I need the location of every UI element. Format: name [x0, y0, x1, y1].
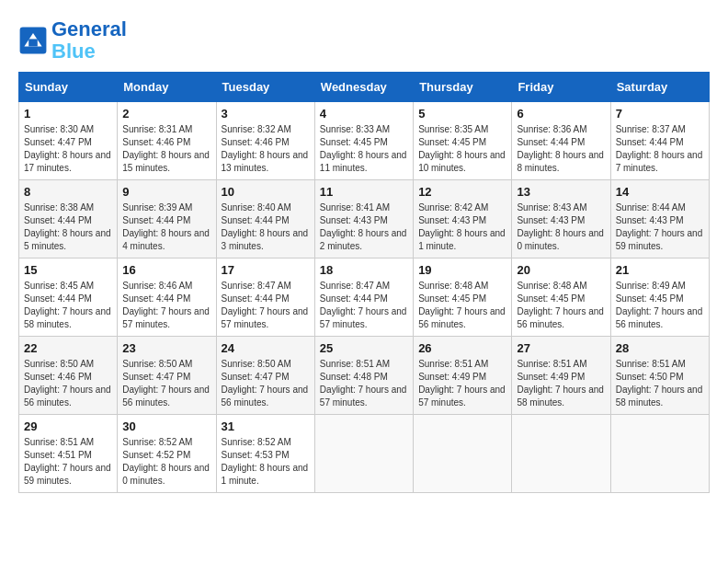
calendar-week-row: 29 Sunrise: 8:51 AM Sunset: 4:51 PM Dayl…: [19, 415, 710, 493]
calendar-day-cell: 22 Sunrise: 8:50 AM Sunset: 4:46 PM Dayl…: [19, 337, 118, 415]
day-info: Sunrise: 8:37 AM Sunset: 4:44 PM Dayligh…: [616, 123, 704, 175]
day-number: 27: [517, 341, 605, 355]
day-info: Sunrise: 8:52 AM Sunset: 4:52 PM Dayligh…: [122, 436, 210, 488]
calendar-day-cell: 25 Sunrise: 8:51 AM Sunset: 4:48 PM Dayl…: [314, 337, 413, 415]
day-number: 26: [418, 341, 506, 355]
day-number: 18: [320, 263, 408, 277]
calendar-body: 1 Sunrise: 8:30 AM Sunset: 4:47 PM Dayli…: [19, 102, 710, 493]
day-number: 24: [222, 341, 310, 355]
weekday-header-cell: Thursday: [414, 73, 512, 102]
day-info: Sunrise: 8:47 AM Sunset: 4:44 PM Dayligh…: [222, 280, 310, 331]
day-info: Sunrise: 8:51 AM Sunset: 4:49 PM Dayligh…: [517, 358, 605, 409]
calendar-day-cell: 15 Sunrise: 8:45 AM Sunset: 4:44 PM Dayl…: [19, 259, 118, 337]
logo-icon: [18, 26, 48, 55]
logo-text: General Blue: [51, 18, 127, 63]
calendar-day-cell: 16 Sunrise: 8:46 AM Sunset: 4:44 PM Dayl…: [118, 259, 216, 337]
calendar-day-cell: 9 Sunrise: 8:39 AM Sunset: 4:44 PM Dayli…: [118, 180, 216, 259]
page-header: General Blue: [18, 18, 710, 63]
day-number: 28: [616, 341, 704, 355]
calendar-day-cell: 19 Sunrise: 8:48 AM Sunset: 4:45 PM Dayl…: [414, 259, 512, 337]
calendar-day-cell: 23 Sunrise: 8:50 AM Sunset: 4:47 PM Dayl…: [118, 337, 216, 415]
day-info: Sunrise: 8:51 AM Sunset: 4:51 PM Dayligh…: [24, 436, 112, 488]
calendar-day-cell: 21 Sunrise: 8:49 AM Sunset: 4:45 PM Dayl…: [610, 259, 709, 337]
calendar-day-cell: 11 Sunrise: 8:41 AM Sunset: 4:43 PM Dayl…: [314, 180, 413, 259]
day-number: 12: [418, 185, 506, 199]
day-number: 11: [320, 185, 408, 199]
calendar-day-cell: 2 Sunrise: 8:31 AM Sunset: 4:46 PM Dayli…: [118, 102, 216, 180]
day-number: 17: [222, 263, 310, 277]
calendar-day-cell: 3 Sunrise: 8:32 AM Sunset: 4:46 PM Dayli…: [216, 102, 314, 180]
calendar-day-cell: [512, 415, 610, 493]
day-info: Sunrise: 8:51 AM Sunset: 4:50 PM Dayligh…: [616, 358, 704, 409]
calendar-day-cell: 1 Sunrise: 8:30 AM Sunset: 4:47 PM Dayli…: [19, 102, 118, 180]
calendar-day-cell: 26 Sunrise: 8:51 AM Sunset: 4:49 PM Dayl…: [414, 337, 512, 415]
day-number: 19: [418, 263, 506, 277]
day-info: Sunrise: 8:41 AM Sunset: 4:43 PM Dayligh…: [320, 201, 408, 253]
day-info: Sunrise: 8:52 AM Sunset: 4:53 PM Dayligh…: [222, 436, 310, 488]
calendar-day-cell: 30 Sunrise: 8:52 AM Sunset: 4:52 PM Dayl…: [118, 415, 216, 493]
day-number: 22: [24, 341, 112, 355]
day-info: Sunrise: 8:46 AM Sunset: 4:44 PM Dayligh…: [122, 280, 210, 331]
calendar-day-cell: 31 Sunrise: 8:52 AM Sunset: 4:53 PM Dayl…: [216, 415, 314, 493]
calendar-day-cell: 7 Sunrise: 8:37 AM Sunset: 4:44 PM Dayli…: [610, 102, 709, 180]
day-info: Sunrise: 8:51 AM Sunset: 4:48 PM Dayligh…: [320, 358, 408, 409]
calendar-day-cell: 8 Sunrise: 8:38 AM Sunset: 4:44 PM Dayli…: [19, 180, 118, 259]
calendar-week-row: 1 Sunrise: 8:30 AM Sunset: 4:47 PM Dayli…: [19, 102, 710, 180]
day-number: 30: [122, 419, 210, 433]
calendar-day-cell: 10 Sunrise: 8:40 AM Sunset: 4:44 PM Dayl…: [216, 180, 314, 259]
calendar-day-cell: 17 Sunrise: 8:47 AM Sunset: 4:44 PM Dayl…: [216, 259, 314, 337]
weekday-header-cell: Wednesday: [314, 73, 413, 102]
weekday-header-cell: Monday: [118, 73, 216, 102]
day-info: Sunrise: 8:51 AM Sunset: 4:49 PM Dayligh…: [418, 358, 506, 409]
calendar-week-row: 15 Sunrise: 8:45 AM Sunset: 4:44 PM Dayl…: [19, 259, 710, 337]
day-number: 21: [616, 263, 704, 277]
day-info: Sunrise: 8:40 AM Sunset: 4:44 PM Dayligh…: [222, 201, 310, 253]
calendar-day-cell: [314, 415, 413, 493]
weekday-header-row: SundayMondayTuesdayWednesdayThursdayFrid…: [19, 73, 710, 102]
calendar-day-cell: [610, 415, 709, 493]
calendar-day-cell: 5 Sunrise: 8:35 AM Sunset: 4:45 PM Dayli…: [414, 102, 512, 180]
day-number: 31: [222, 419, 310, 433]
calendar-day-cell: 20 Sunrise: 8:48 AM Sunset: 4:45 PM Dayl…: [512, 259, 610, 337]
calendar-day-cell: [414, 415, 512, 493]
day-number: 6: [517, 107, 605, 121]
day-info: Sunrise: 8:44 AM Sunset: 4:43 PM Dayligh…: [616, 201, 704, 253]
weekday-header-cell: Sunday: [19, 73, 118, 102]
day-info: Sunrise: 8:35 AM Sunset: 4:45 PM Dayligh…: [418, 123, 506, 175]
day-info: Sunrise: 8:36 AM Sunset: 4:44 PM Dayligh…: [517, 123, 605, 175]
calendar-week-row: 8 Sunrise: 8:38 AM Sunset: 4:44 PM Dayli…: [19, 180, 710, 259]
logo: General Blue: [18, 18, 127, 63]
day-info: Sunrise: 8:33 AM Sunset: 4:45 PM Dayligh…: [320, 123, 408, 175]
day-number: 14: [616, 185, 704, 199]
day-number: 13: [517, 185, 605, 199]
calendar-day-cell: 28 Sunrise: 8:51 AM Sunset: 4:50 PM Dayl…: [610, 337, 709, 415]
day-info: Sunrise: 8:39 AM Sunset: 4:44 PM Dayligh…: [122, 201, 210, 253]
day-number: 5: [418, 107, 506, 121]
day-info: Sunrise: 8:48 AM Sunset: 4:45 PM Dayligh…: [517, 280, 605, 331]
day-info: Sunrise: 8:32 AM Sunset: 4:46 PM Dayligh…: [222, 123, 310, 175]
day-info: Sunrise: 8:38 AM Sunset: 4:44 PM Dayligh…: [24, 201, 112, 253]
weekday-header-cell: Tuesday: [216, 73, 314, 102]
day-info: Sunrise: 8:31 AM Sunset: 4:46 PM Dayligh…: [122, 123, 210, 175]
day-info: Sunrise: 8:43 AM Sunset: 4:43 PM Dayligh…: [517, 201, 605, 253]
calendar-day-cell: 12 Sunrise: 8:42 AM Sunset: 4:43 PM Dayl…: [414, 180, 512, 259]
day-info: Sunrise: 8:45 AM Sunset: 4:44 PM Dayligh…: [24, 280, 112, 331]
day-number: 7: [616, 107, 704, 121]
day-info: Sunrise: 8:30 AM Sunset: 4:47 PM Dayligh…: [24, 123, 112, 175]
day-info: Sunrise: 8:47 AM Sunset: 4:44 PM Dayligh…: [320, 280, 408, 331]
day-number: 3: [222, 107, 310, 121]
day-number: 20: [517, 263, 605, 277]
day-info: Sunrise: 8:50 AM Sunset: 4:46 PM Dayligh…: [24, 358, 112, 409]
day-number: 23: [122, 341, 210, 355]
day-number: 29: [24, 419, 112, 433]
day-info: Sunrise: 8:48 AM Sunset: 4:45 PM Dayligh…: [418, 280, 506, 331]
calendar-day-cell: 6 Sunrise: 8:36 AM Sunset: 4:44 PM Dayli…: [512, 102, 610, 180]
day-info: Sunrise: 8:49 AM Sunset: 4:45 PM Dayligh…: [616, 280, 704, 331]
day-number: 4: [320, 107, 408, 121]
day-number: 10: [222, 185, 310, 199]
calendar-day-cell: 24 Sunrise: 8:50 AM Sunset: 4:47 PM Dayl…: [216, 337, 314, 415]
weekday-header-cell: Saturday: [610, 73, 709, 102]
calendar-week-row: 22 Sunrise: 8:50 AM Sunset: 4:46 PM Dayl…: [19, 337, 710, 415]
svg-rect-2: [28, 40, 38, 47]
day-number: 16: [122, 263, 210, 277]
